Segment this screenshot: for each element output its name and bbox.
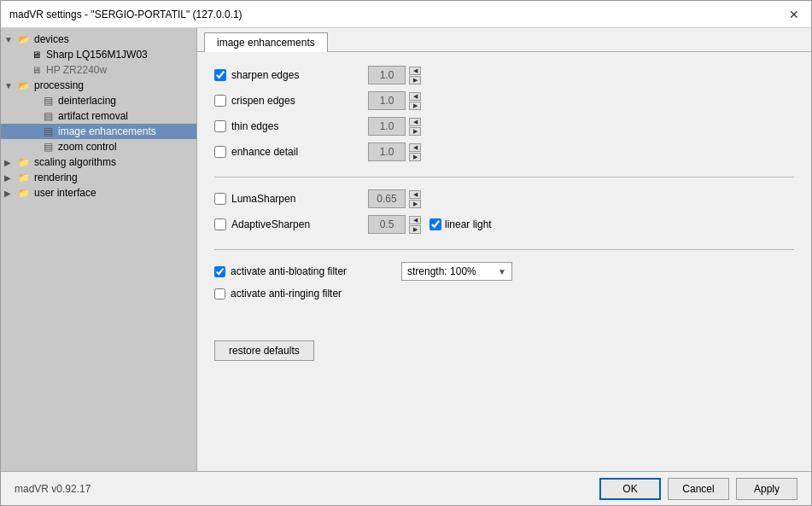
tab-image-enhancements[interactable]: image enhancements <box>204 32 328 52</box>
crispen-edges-checkbox[interactable] <box>214 95 226 107</box>
close-button[interactable]: ✕ <box>786 8 803 21</box>
enhance-detail-checkbox[interactable] <box>214 146 226 158</box>
doc-icon-zoom-control <box>40 141 55 153</box>
sidebar-label-devices: devices <box>34 33 69 45</box>
separator-1 <box>214 177 794 177</box>
doc-icon-deinterlacing <box>40 95 55 107</box>
sidebar-item-user-interface[interactable]: user interface <box>1 185 196 201</box>
adaptive-sharpen-label: AdaptiveSharpen <box>231 218 368 230</box>
folder-icon-devices <box>16 33 32 45</box>
sidebar-item-processing[interactable]: processing <box>1 78 196 93</box>
sidebar-label-scaling-algorithms: scaling algorithms <box>34 156 116 168</box>
apply-button[interactable]: Apply <box>736 478 797 500</box>
luma-sharpen-label: LumaSharpen <box>231 193 368 205</box>
tab-label-image-enhancements: image enhancements <box>217 37 315 49</box>
sharpen-edges-down[interactable]: ▶ <box>409 76 421 84</box>
cancel-button[interactable]: Cancel <box>668 478 729 500</box>
sidebar-item-image-enhancements[interactable]: image enhancements <box>1 124 196 139</box>
sidebar-label-processing: processing <box>34 79 84 91</box>
anti-ringing-row: activate anti-ringing filter <box>214 288 794 300</box>
crispen-edges-spinner: ◀ ▶ <box>409 92 421 110</box>
sidebar-item-devices[interactable]: devices <box>1 32 196 47</box>
monitor-icon-hp <box>28 64 44 76</box>
adaptive-sharpen-down[interactable]: ▶ <box>409 225 421 234</box>
right-panel: image enhancements sharpen edges 1.0 ◀ ▶ <box>197 28 811 471</box>
sharpen-edges-spinner: ◀ ▶ <box>409 67 421 84</box>
sidebar-item-scaling-algorithms[interactable]: scaling algorithms <box>1 154 196 170</box>
version-label: madVR v0.92.17 <box>15 483 599 495</box>
anti-bloating-row: activate anti-bloating filter strength: … <box>214 262 794 281</box>
sidebar-label-sharp: Sharp LQ156M1JW03 <box>46 49 148 61</box>
folder-icon-user-interface <box>16 187 32 199</box>
arrow-rendering <box>4 173 16 183</box>
crispen-edges-row: crispen edges 1.0 ◀ ▶ <box>214 91 794 110</box>
title-bar: madVR settings - "SERGIO-PORTATIL" (127.… <box>1 1 811 28</box>
adaptive-sharpen-up[interactable]: ◀ <box>409 216 421 224</box>
crispen-edges-value: 1.0 <box>368 91 406 110</box>
sidebar-label-artifact-removal: artifact removal <box>58 110 128 122</box>
sharpness-section: sharpen edges 1.0 ◀ ▶ crispen edges 1.0 <box>214 66 794 161</box>
sharpen-edges-up[interactable]: ◀ <box>409 67 421 75</box>
folder-icon-processing <box>16 79 32 91</box>
thin-edges-down[interactable]: ▶ <box>409 127 421 136</box>
bottom-bar: madVR v0.92.17 OK Cancel Apply <box>1 471 811 505</box>
crispen-edges-up[interactable]: ◀ <box>409 92 421 101</box>
sharpen-edges-checkbox[interactable] <box>214 69 226 81</box>
crispen-edges-label: crispen edges <box>231 95 368 107</box>
sharpen-edges-label: sharpen edges <box>231 69 368 81</box>
content-area: devices Sharp LQ156M1JW03 HP ZR2240w pro… <box>1 28 811 471</box>
sidebar-label-deinterlacing: deinterlacing <box>58 95 116 107</box>
linear-light-checkbox[interactable] <box>429 218 441 230</box>
thin-edges-spinner: ◀ ▶ <box>409 118 421 136</box>
separator-2 <box>214 249 794 250</box>
sidebar-item-artifact-removal[interactable]: artifact removal <box>1 108 196 124</box>
sidebar-item-deinterlacing[interactable]: deinterlacing <box>1 93 196 108</box>
sidebar-item-rendering[interactable]: rendering <box>1 170 196 185</box>
luma-sharpen-up[interactable]: ◀ <box>409 190 421 199</box>
sidebar-label-rendering: rendering <box>34 172 78 183</box>
adaptive-sharpen-checkbox[interactable] <box>214 218 226 230</box>
anti-bloating-checkbox[interactable] <box>214 266 225 277</box>
tab-bar: image enhancements <box>197 28 811 52</box>
luma-sharpen-down[interactable]: ▶ <box>409 200 421 208</box>
sidebar-label-user-interface: user interface <box>34 187 96 199</box>
crispen-edges-down[interactable]: ▶ <box>409 102 421 110</box>
sidebar-item-zoom-control[interactable]: zoom control <box>1 139 196 154</box>
sidebar-item-sharp[interactable]: Sharp LQ156M1JW03 <box>1 47 196 62</box>
anti-bloating-label: activate anti-bloating filter <box>231 265 401 277</box>
restore-defaults-area: restore defaults <box>214 315 794 361</box>
luma-sharpen-spinner: ◀ ▶ <box>409 190 421 208</box>
enhance-detail-spinner: ◀ ▶ <box>409 143 421 161</box>
strength-dropdown-value: strength: 100% <box>407 265 498 277</box>
sharpen-edges-row: sharpen edges 1.0 ◀ ▶ <box>214 66 794 84</box>
enhance-detail-up[interactable]: ◀ <box>409 143 421 152</box>
window-title: madVR settings - "SERGIO-PORTATIL" (127.… <box>9 9 242 20</box>
enhance-detail-down[interactable]: ▶ <box>409 153 421 161</box>
arrow-scaling-algorithms <box>4 158 16 167</box>
thin-edges-checkbox[interactable] <box>214 120 226 132</box>
luma-sharpen-checkbox[interactable] <box>214 193 226 205</box>
thin-edges-up[interactable]: ◀ <box>409 118 421 126</box>
anti-ringing-label: activate anti-ringing filter <box>231 288 401 300</box>
arrow-processing <box>4 81 16 90</box>
sidebar-label-image-enhancements: image enhancements <box>58 125 156 137</box>
doc-icon-artifact-removal <box>40 110 55 122</box>
bottom-buttons: OK Cancel Apply <box>599 478 797 500</box>
anti-ringing-checkbox[interactable] <box>214 288 225 300</box>
luma-sharpen-row: LumaSharpen 0.65 ◀ ▶ <box>214 189 794 208</box>
sharpen-section: LumaSharpen 0.65 ◀ ▶ AdaptiveSharpen 0.5 <box>214 189 794 234</box>
enhance-detail-row: enhance detail 1.0 ◀ ▶ <box>214 142 794 161</box>
dropdown-arrow-icon: ▼ <box>498 267 506 276</box>
thin-edges-value: 1.0 <box>368 117 406 136</box>
restore-defaults-button[interactable]: restore defaults <box>214 340 314 361</box>
thin-edges-row: thin edges 1.0 ◀ ▶ <box>214 117 794 136</box>
sidebar-label-zoom-control: zoom control <box>58 141 117 153</box>
left-panel: devices Sharp LQ156M1JW03 HP ZR2240w pro… <box>1 28 197 471</box>
sidebar-item-hp[interactable]: HP ZR2240w <box>1 62 196 78</box>
linear-light-group: linear light <box>429 218 492 230</box>
enhance-detail-value: 1.0 <box>368 142 406 161</box>
ok-button[interactable]: OK <box>599 478 661 500</box>
monitor-icon-sharp <box>28 49 44 61</box>
adaptive-sharpen-spinner: ◀ ▶ <box>409 216 421 234</box>
strength-dropdown[interactable]: strength: 100% ▼ <box>401 262 512 281</box>
